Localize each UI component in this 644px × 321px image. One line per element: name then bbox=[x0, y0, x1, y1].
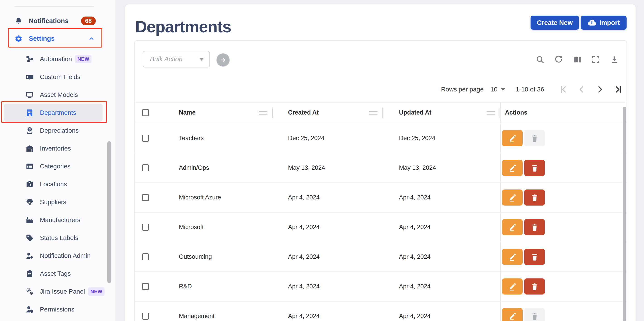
fullscreen-icon[interactable] bbox=[591, 55, 600, 64]
row-checkbox[interactable] bbox=[142, 283, 149, 290]
sidebar-item-suppliers[interactable]: Suppliers bbox=[4, 193, 102, 211]
sidebar-item-label: Settings bbox=[29, 35, 54, 42]
page-title: Departments bbox=[135, 18, 231, 36]
edit-button[interactable] bbox=[502, 190, 523, 206]
create-new-button[interactable]: Create New bbox=[530, 16, 579, 30]
cell-created-at: Apr 4, 2024 bbox=[272, 272, 382, 301]
caret-down-icon bbox=[501, 88, 505, 91]
sidebar-item-categories[interactable]: Categories bbox=[4, 157, 102, 175]
edit-button[interactable] bbox=[502, 160, 523, 176]
cell-created-at: Dec 25, 2024 bbox=[272, 124, 382, 153]
sidebar-item-label: Depreciations bbox=[40, 127, 78, 134]
row-checkbox[interactable] bbox=[142, 194, 149, 201]
row-checkbox[interactable] bbox=[142, 164, 149, 171]
next-page-icon[interactable] bbox=[595, 85, 604, 94]
import-label: Import bbox=[600, 19, 620, 26]
delete-button[interactable] bbox=[524, 278, 545, 294]
trash-icon bbox=[530, 282, 539, 291]
create-new-label: Create New bbox=[537, 19, 573, 26]
cell-name: Admin/Ops bbox=[164, 153, 272, 182]
search-icon[interactable] bbox=[536, 55, 544, 64]
edit-button[interactable] bbox=[502, 219, 523, 235]
gear-icon bbox=[14, 35, 23, 43]
inventories-icon bbox=[26, 144, 34, 152]
delete-button[interactable] bbox=[524, 190, 545, 206]
row-checkbox[interactable] bbox=[142, 312, 149, 320]
rows-per-page-value: 10 bbox=[490, 86, 498, 93]
sidebar-item-jira-issue-panel[interactable]: Jira Issue PanelNEW bbox=[4, 282, 102, 300]
sidebar-item-label: Jira Issue Panel bbox=[40, 288, 85, 295]
sidebar-item-permissions[interactable]: Permissions bbox=[4, 300, 102, 318]
edit-pencil-icon bbox=[508, 252, 517, 262]
sidebar-item-notifications[interactable]: Notifications 68 bbox=[4, 12, 102, 30]
sidebar-item-asset-tags[interactable]: Asset Tags bbox=[4, 265, 102, 282]
row-checkbox[interactable] bbox=[142, 253, 149, 260]
cell-updated-at: Apr 4, 2024 bbox=[382, 212, 500, 242]
table-row: Admin/OpsMay 13, 2024May 13, 2024 bbox=[135, 153, 627, 183]
delete-button[interactable] bbox=[524, 130, 545, 146]
row-checkbox[interactable] bbox=[142, 135, 149, 142]
edit-pencil-icon bbox=[508, 193, 517, 202]
cell-updated-at: Apr 4, 2024 bbox=[382, 272, 500, 301]
cell-actions bbox=[500, 272, 627, 301]
delete-button[interactable] bbox=[524, 219, 545, 235]
sidebar-item-automation[interactable]: AutomationNEW bbox=[4, 50, 102, 68]
bulk-action-select[interactable]: Bulk Action bbox=[143, 51, 210, 68]
table-row: ManagementApr 4, 2024Apr 4, 2024 bbox=[135, 302, 627, 321]
import-button[interactable]: Import bbox=[581, 16, 626, 30]
previous-page-icon[interactable] bbox=[577, 85, 586, 94]
cell-actions bbox=[500, 302, 627, 321]
edit-pencil-icon bbox=[508, 134, 517, 143]
edit-button[interactable] bbox=[502, 130, 523, 146]
chevron-up-icon bbox=[88, 35, 95, 42]
pagination-bar: Rows per page 10 1-10 of 36 bbox=[135, 82, 627, 97]
sidebar-item-settings[interactable]: Settings bbox=[4, 30, 102, 48]
last-page-icon[interactable] bbox=[614, 85, 622, 94]
column-drag-handle-icon[interactable] bbox=[486, 111, 495, 114]
rows-per-page-select[interactable]: 10 bbox=[490, 86, 505, 93]
column-header-created-at[interactable]: Created At bbox=[272, 102, 382, 123]
sidebar-item-status-labels[interactable]: Status Labels bbox=[4, 229, 102, 247]
sidebar-item-label: Categories bbox=[40, 163, 70, 170]
select-all-checkbox[interactable] bbox=[142, 109, 149, 116]
cell-created-at: May 13, 2024 bbox=[272, 153, 382, 182]
column-header-name[interactable]: Name bbox=[164, 102, 272, 123]
sidebar-item-depreciations[interactable]: $Depreciations bbox=[4, 122, 102, 140]
delete-button[interactable] bbox=[524, 249, 545, 265]
sidebar-item-custom-fields[interactable]: Custom Fields bbox=[4, 68, 102, 86]
delete-button[interactable] bbox=[524, 160, 545, 176]
column-drag-handle-icon[interactable] bbox=[259, 111, 268, 114]
table-scrollbar[interactable] bbox=[623, 107, 626, 321]
edit-button[interactable] bbox=[502, 308, 523, 321]
sidebar-item-label: Notification Admin bbox=[40, 252, 90, 260]
sidebar-item-manufacturers[interactable]: Manufacturers bbox=[4, 211, 102, 229]
bulk-action-go-button[interactable] bbox=[216, 54, 230, 66]
first-page-icon[interactable] bbox=[559, 85, 568, 94]
edit-button[interactable] bbox=[502, 278, 523, 294]
sidebar-item-inventories[interactable]: Inventories bbox=[4, 140, 102, 157]
cell-actions bbox=[500, 212, 627, 242]
cell-name: R&D bbox=[164, 272, 272, 301]
sidebar-item-asset-models[interactable]: Asset Models bbox=[4, 86, 102, 104]
column-header-updated-at[interactable]: Updated At bbox=[382, 102, 500, 123]
sidebar-item-label: Asset Models bbox=[40, 91, 78, 98]
download-icon[interactable] bbox=[610, 55, 619, 64]
sidebar-item-label: Automation bbox=[40, 56, 72, 63]
sidebar-item-notification-admin[interactable]: Notification Admin bbox=[4, 247, 102, 265]
trash-icon bbox=[530, 252, 539, 262]
column-drag-handle-icon[interactable] bbox=[369, 111, 378, 114]
refresh-icon[interactable] bbox=[554, 55, 563, 64]
sidebar-item-locations[interactable]: Locations bbox=[4, 175, 102, 193]
sidebar-item-label: Status Labels bbox=[40, 234, 78, 242]
edit-button[interactable] bbox=[502, 249, 523, 265]
cell-name: Microsoft Azure bbox=[164, 183, 272, 212]
sidebar-scrollbar[interactable] bbox=[107, 141, 111, 283]
arrow-right-icon bbox=[220, 56, 227, 64]
delete-button[interactable] bbox=[524, 308, 545, 321]
view-columns-icon[interactable] bbox=[573, 55, 582, 64]
sidebar-item-label: Notifications bbox=[29, 17, 68, 25]
sidebar-item-departments[interactable]: Departments bbox=[4, 104, 102, 122]
table-header-row: Name Created At Updated At Actions bbox=[135, 102, 627, 123]
new-badge: NEW bbox=[88, 287, 104, 296]
row-checkbox[interactable] bbox=[142, 224, 149, 231]
